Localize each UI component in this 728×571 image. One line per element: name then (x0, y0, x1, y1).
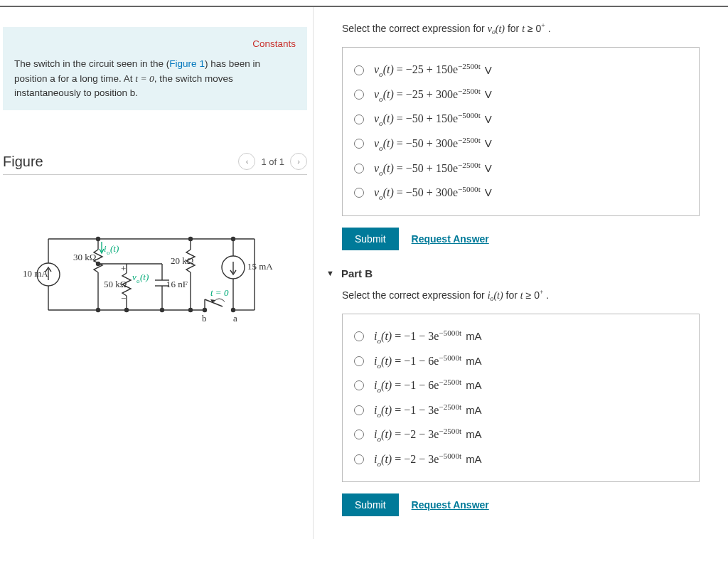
pager-text: 1 of 1 (261, 156, 284, 167)
answer-expression: vo(t) = −50 + 150e−5000t V (374, 111, 492, 127)
answer-expression: io(t) = −1 − 3e−5000t mA (374, 329, 482, 345)
svg-text:20 kΩ: 20 kΩ (171, 255, 193, 266)
part-b-request-answer-link[interactable]: Request Answer (412, 499, 489, 511)
figure-title: Figure (3, 154, 43, 170)
answer-expression: vo(t) = −50 + 300e−2500t V (374, 136, 492, 152)
svg-point-30 (97, 238, 100, 241)
svg-point-34 (125, 309, 129, 312)
circuit-figure: 10 mA 30 kΩ 50 kΩ 20 kΩ 16 nF 15 mA i o … (3, 196, 307, 338)
answer-radio[interactable] (354, 454, 364, 464)
answer-option[interactable]: vo(t) = −25 + 150e−2500t V (354, 58, 687, 82)
svg-text:(t): (t) (110, 243, 119, 254)
svg-point-32 (232, 238, 235, 241)
answer-option[interactable]: io(t) = −1 − 6e−5000t mA (354, 349, 687, 374)
svg-text:10 mA: 10 mA (23, 268, 48, 279)
svg-point-28 (203, 309, 207, 312)
svg-text:30 kΩ: 30 kΩ (73, 252, 96, 262)
svg-point-38 (97, 262, 100, 266)
svg-point-35 (161, 309, 164, 312)
answer-option[interactable]: vo(t) = −50 + 300e−2500t V (354, 132, 687, 156)
part-b-prompt: Select the correct expression for io(t) … (342, 288, 700, 302)
svg-text:t = 0: t = 0 (210, 287, 229, 298)
answer-expression: vo(t) = −25 + 150e−2500t V (374, 62, 492, 78)
answer-option[interactable]: vo(t) = −50 + 150e−5000t V (354, 107, 687, 132)
answer-option[interactable]: io(t) = −1 − 6e−2500t mA (354, 373, 687, 398)
figure-link[interactable]: Figure 1 (169, 58, 205, 69)
part-a-prompt: Select the correct expression for vo(t) … (342, 21, 700, 36)
svg-text:b: b (202, 313, 207, 324)
svg-point-29 (232, 309, 235, 312)
answer-radio[interactable] (354, 405, 364, 415)
pager-prev-button[interactable]: ‹ (238, 153, 255, 170)
part-b-options: io(t) = −1 − 3e−5000t mAio(t) = −1 − 6e−… (342, 314, 700, 482)
answer-option[interactable]: vo(t) = −25 + 300e−2500t V (354, 82, 687, 107)
part-a-submit-button[interactable]: Submit (342, 228, 399, 250)
answer-expression: io(t) = −1 − 6e−2500t mA (374, 378, 482, 394)
svg-point-33 (97, 309, 100, 312)
answer-radio[interactable] (354, 429, 364, 439)
answer-radio[interactable] (354, 188, 364, 198)
svg-point-31 (189, 238, 193, 241)
svg-text:(t): (t) (140, 272, 149, 282)
answer-option[interactable]: io(t) = −1 − 3e−2500t mA (354, 398, 687, 423)
svg-text:−: − (121, 293, 126, 304)
answer-option[interactable]: io(t) = −1 − 3e−5000t mA (354, 324, 687, 349)
answer-expression: vo(t) = −50 + 300e−5000t V (374, 185, 492, 201)
svg-text:16 nF: 16 nF (166, 279, 188, 289)
answer-expression: vo(t) = −50 + 150e−2500t V (374, 161, 492, 177)
answer-radio[interactable] (354, 139, 364, 149)
problem-statement-box: Constants The switch in the circuit seen… (3, 27, 307, 110)
svg-text:a: a (233, 313, 237, 324)
answer-expression: io(t) = −1 − 6e−5000t mA (374, 353, 482, 370)
answer-option[interactable]: io(t) = −2 − 3e−5000t mA (354, 447, 687, 472)
answer-expression: vo(t) = −25 + 300e−2500t V (374, 87, 492, 103)
problem-text: The switch in the circuit seen in the (F… (14, 58, 260, 98)
part-b-header[interactable]: ▼ Part B (326, 267, 700, 279)
svg-text:50 kΩ: 50 kΩ (104, 279, 127, 289)
figure-pager: ‹ 1 of 1 › (238, 153, 307, 170)
svg-text:+: + (121, 263, 126, 274)
part-a-request-answer-link[interactable]: Request Answer (412, 233, 489, 245)
answer-radio[interactable] (354, 331, 364, 341)
answer-radio[interactable] (354, 164, 364, 174)
answer-expression: io(t) = −1 − 3e−2500t mA (374, 402, 482, 419)
answer-option[interactable]: vo(t) = −50 + 150e−2500t V (354, 156, 687, 181)
answer-expression: io(t) = −2 − 3e−2500t mA (374, 427, 482, 443)
answer-radio[interactable] (354, 114, 364, 124)
svg-point-36 (189, 309, 193, 312)
answer-option[interactable]: io(t) = −2 − 3e−2500t mA (354, 422, 687, 447)
svg-text:15 mA: 15 mA (247, 261, 273, 272)
answer-radio[interactable] (354, 380, 364, 390)
answer-radio[interactable] (354, 90, 364, 100)
collapse-icon: ▼ (326, 269, 334, 277)
part-a-options: vo(t) = −25 + 150e−2500t Vvo(t) = −25 + … (342, 47, 700, 215)
answer-expression: io(t) = −2 − 3e−5000t mA (374, 452, 482, 468)
answer-radio[interactable] (354, 356, 364, 366)
answer-radio[interactable] (354, 65, 364, 75)
pager-next-button[interactable]: › (290, 153, 307, 170)
part-b-submit-button[interactable]: Submit (342, 493, 399, 516)
constants-link[interactable]: Constants (14, 37, 296, 51)
answer-option[interactable]: vo(t) = −50 + 300e−5000t V (354, 181, 687, 206)
